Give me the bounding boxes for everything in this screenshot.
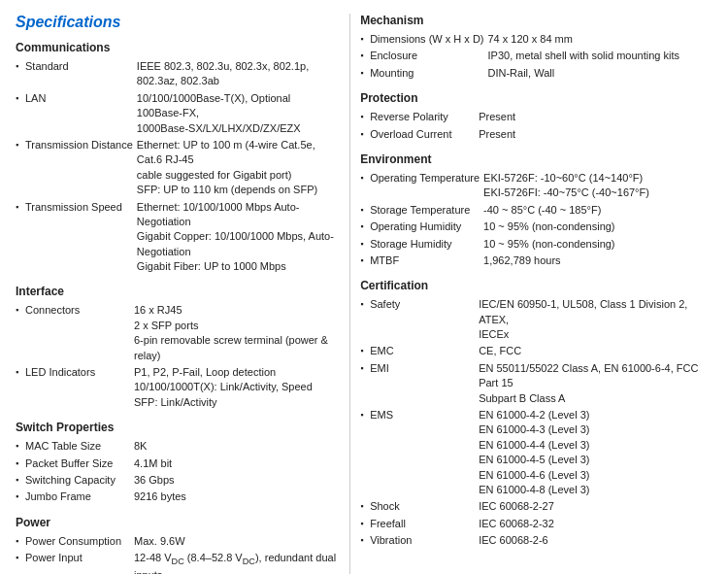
label-dimensions: Dimensions (W x H x D) [360, 31, 485, 48]
label-emc: EMC [360, 343, 477, 359]
section-interface: Interface [16, 285, 340, 298]
label-storage-temp: Storage Temperature [360, 202, 481, 219]
table-row: Operating Temperature EKI-5726F: -10~60°… [360, 170, 712, 202]
mechanism-table: Dimensions (W x H x D) 74 x 120 x 84 mm … [360, 31, 712, 82]
certification-table: Safety IEC/EN 60950-1, UL508, Class 1 Di… [360, 296, 712, 549]
section-environment: Environment [360, 152, 712, 166]
communications-table: Standard IEEE 802.3, 802.3u, 802.3x, 802… [16, 58, 340, 275]
label-vibration: Vibration [360, 532, 477, 549]
label-tx-speed: Transmission Speed [16, 199, 135, 276]
value-switching-cap: 36 Gbps [132, 472, 340, 489]
label-enclosure: Enclosure [360, 48, 485, 64]
table-row: Power Consumption Max. 9.6W [16, 533, 340, 550]
label-mtbf: MTBF [360, 253, 481, 269]
table-row: Standard IEEE 802.3, 802.3u, 802.3x, 802… [16, 58, 340, 90]
label-reverse-polarity: Reverse Polarity [360, 109, 477, 125]
label-power-input: Power Input [16, 550, 132, 574]
label-safety: Safety [360, 296, 477, 343]
value-storage-temp: -40 ~ 85°C (-40 ~ 185°F) [481, 202, 712, 219]
section-switch: Switch Properties [16, 421, 340, 434]
label-led: LED Indicators [16, 364, 132, 411]
table-row: Packet Buffer Size 4.1M bit [16, 456, 340, 472]
table-row: Safety IEC/EN 60950-1, UL508, Class 1 Di… [360, 296, 712, 343]
value-mtbf: 1,962,789 hours [481, 253, 712, 269]
power-table: Power Consumption Max. 9.6W Power Input … [16, 533, 340, 574]
label-op-humidity: Operating Humidity [360, 219, 481, 235]
label-connectors: Connectors [16, 302, 132, 364]
value-connectors: 16 x RJ452 x SFP ports6-pin removable sc… [132, 302, 340, 364]
label-power-consumption: Power Consumption [16, 533, 132, 550]
table-row: Transmission Speed Ethernet: 10/100/1000… [16, 199, 340, 276]
left-column: Specifications Communications Standard I… [16, 14, 349, 574]
value-dimensions: 74 x 120 x 84 mm [486, 31, 713, 48]
value-reverse-polarity: Present [477, 109, 712, 125]
value-emc: CE, FCC [477, 343, 712, 359]
value-standard: IEEE 802.3, 802.3u, 802.3x, 802.1p, 802.… [135, 58, 340, 90]
label-storage-humidity: Storage Humidity [360, 236, 481, 253]
section-power: Power [16, 516, 340, 529]
table-row: Vibration IEC 60068-2-6 [360, 532, 712, 549]
label-shock: Shock [360, 498, 477, 515]
page-title: Specifications [16, 14, 340, 31]
value-mac-table: 8K [132, 438, 340, 455]
section-mechanism: Mechanism [360, 14, 712, 27]
label-overload-current: Overload Current [360, 126, 477, 143]
table-row: EMS EN 61000-4-2 (Level 3)EN 61000-4-3 (… [360, 407, 712, 498]
table-row: Shock IEC 60068-2-27 [360, 498, 712, 515]
label-freefall: Freefall [360, 516, 477, 532]
table-row: EMC CE, FCC [360, 343, 712, 359]
value-power-input: 12-48 VDC (8.4–52.8 VDC), redundant dual… [132, 550, 340, 574]
table-row: Dimensions (W x H x D) 74 x 120 x 84 mm [360, 31, 712, 48]
main-content: Specifications Communications Standard I… [0, 0, 728, 574]
value-tx-speed: Ethernet: 10/100/1000 Mbps Auto-Negotiat… [135, 199, 340, 276]
table-row: Power Input 12-48 VDC (8.4–52.8 VDC), re… [16, 550, 340, 574]
table-row: Storage Temperature -40 ~ 85°C (-40 ~ 18… [360, 202, 712, 219]
switch-table: MAC Table Size 8K Packet Buffer Size 4.1… [16, 438, 340, 506]
label-ems: EMS [360, 407, 477, 498]
label-standard: Standard [16, 58, 135, 90]
value-overload-current: Present [477, 126, 712, 143]
table-row: Transmission Distance Ethernet: UP to 10… [16, 137, 340, 199]
table-row: Jumbo Frame 9216 bytes [16, 489, 340, 505]
value-safety: IEC/EN 60950-1, UL508, Class 1 Division … [477, 296, 712, 343]
value-ems: EN 61000-4-2 (Level 3)EN 61000-4-3 (Leve… [477, 407, 712, 498]
label-jumbo-frame: Jumbo Frame [16, 489, 132, 505]
label-packet-buffer: Packet Buffer Size [16, 456, 132, 472]
table-row: Reverse Polarity Present [360, 109, 712, 125]
table-row: MAC Table Size 8K [16, 438, 340, 455]
label-switching-cap: Switching Capacity [16, 472, 132, 489]
value-tx-distance: Ethernet: UP to 100 m (4-wire Cat.5e, Ca… [135, 137, 340, 199]
section-certification: Certification [360, 279, 712, 292]
value-vibration: IEC 60068-2-6 [477, 532, 712, 549]
label-mac-table: MAC Table Size [16, 438, 132, 455]
label-emi: EMI [360, 360, 477, 407]
table-row: Freefall IEC 60068-2-32 [360, 516, 712, 532]
table-row: Switching Capacity 36 Gbps [16, 472, 340, 489]
table-row: Enclosure IP30, metal shell with solid m… [360, 48, 712, 64]
environment-table: Operating Temperature EKI-5726F: -10~60°… [360, 170, 712, 269]
table-row: EMI EN 55011/55022 Class A, EN 61000-6-4… [360, 360, 712, 407]
table-row: MTBF 1,962,789 hours [360, 253, 712, 269]
value-freefall: IEC 60068-2-32 [477, 516, 712, 532]
value-enclosure: IP30, metal shell with solid mounting ki… [486, 48, 713, 64]
value-jumbo-frame: 9216 bytes [132, 489, 340, 505]
section-communications: Communications [16, 41, 340, 54]
value-storage-humidity: 10 ~ 95% (non-condensing) [481, 236, 712, 253]
label-mounting: Mounting [360, 65, 485, 82]
table-row: LED Indicators P1, P2, P-Fail, Loop dete… [16, 364, 340, 411]
value-shock: IEC 60068-2-27 [477, 498, 712, 515]
table-row: Operating Humidity 10 ~ 95% (non-condens… [360, 219, 712, 235]
value-packet-buffer: 4.1M bit [132, 456, 340, 472]
table-row: Connectors 16 x RJ452 x SFP ports6-pin r… [16, 302, 340, 364]
table-row: Mounting DIN-Rail, Wall [360, 65, 712, 82]
value-power-consumption: Max. 9.6W [132, 533, 340, 550]
table-row: Storage Humidity 10 ~ 95% (non-condensin… [360, 236, 712, 253]
value-mounting: DIN-Rail, Wall [486, 65, 713, 82]
value-op-humidity: 10 ~ 95% (non-condensing) [481, 219, 712, 235]
table-row: LAN 10/100/1000Base-T(X), Optional 100Ba… [16, 90, 340, 137]
value-emi: EN 55011/55022 Class A, EN 61000-6-4, FC… [477, 360, 712, 407]
section-protection: Protection [360, 91, 712, 105]
protection-table: Reverse Polarity Present Overload Curren… [360, 109, 712, 143]
value-op-temp: EKI-5726F: -10~60°C (14~140°F)EKI-5726FI… [481, 170, 712, 202]
table-row: Overload Current Present [360, 126, 712, 143]
